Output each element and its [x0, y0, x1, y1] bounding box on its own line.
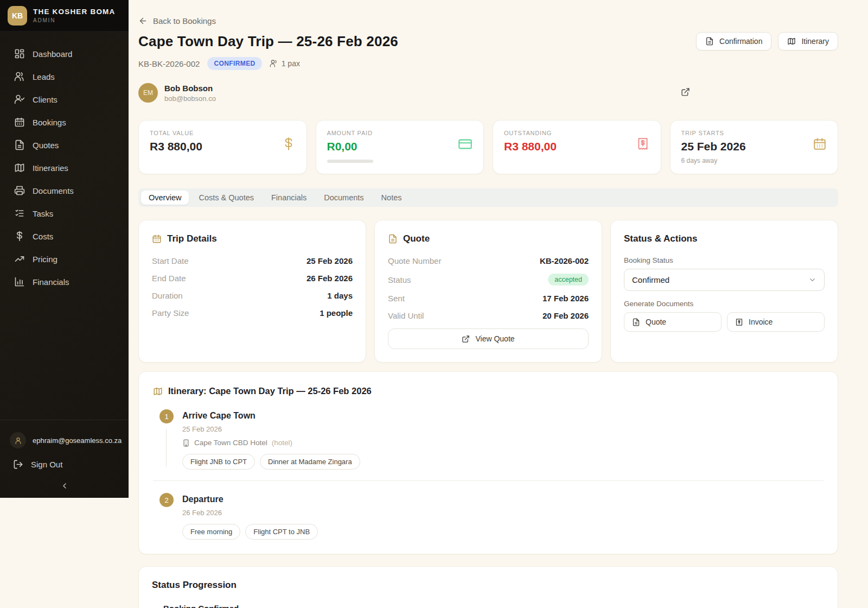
sidebar-item-label: Itineraries — [33, 163, 68, 173]
view-quote-button[interactable]: View Quote — [388, 328, 589, 349]
row-label: Quote Number — [388, 256, 441, 265]
calendar-icon — [14, 117, 25, 128]
client-email: bob@bobson.co — [164, 94, 216, 103]
external-link-icon — [462, 335, 470, 343]
activity-chip: Free morning — [182, 524, 240, 540]
row-value: 25 Feb 2026 — [307, 256, 353, 265]
day-date: 26 Feb 2026 — [182, 509, 824, 517]
generate-invoice-button[interactable]: Invoice — [727, 312, 825, 332]
tab-financials[interactable]: Financials — [264, 191, 314, 205]
user-email: ephraim@goseamless.co.za — [33, 436, 122, 445]
file-text-icon — [632, 318, 640, 326]
brand-header: KB THE KOSHER BOMA ADMIN — [0, 0, 129, 31]
event-label: Booking Confirmed — [163, 604, 239, 608]
sidebar-item-leads[interactable]: Leads — [0, 65, 129, 88]
calendar-icon — [813, 137, 827, 151]
back-to-bookings-link[interactable]: Back to Bookings — [138, 16, 216, 26]
sidebar-item-label: Dashboard — [33, 49, 72, 59]
brand-role: ADMIN — [33, 17, 116, 23]
credit-card-icon — [458, 137, 473, 151]
bar-chart-icon — [14, 276, 25, 287]
receipt-icon — [636, 137, 650, 151]
sidebar-item-label: Financials — [33, 277, 69, 287]
tab-costs-quotes[interactable]: Costs & Quotes — [191, 191, 261, 205]
tab-bar: Overview Costs & Quotes Financials Docum… — [138, 188, 838, 207]
sidebar-item-documents[interactable]: Documents — [0, 179, 129, 202]
sidebar-item-pricing[interactable]: Pricing — [0, 248, 129, 270]
sidebar-item-financials[interactable]: Financials — [0, 270, 129, 293]
trending-up-icon — [14, 254, 25, 264]
sidebar-item-quotes[interactable]: Quotes — [0, 134, 129, 156]
quote-valid-date: 20 Feb 2026 — [542, 311, 589, 320]
stat-value: 25 Feb 2026 — [681, 140, 827, 153]
brand-name: THE KOSHER BOMA — [33, 8, 116, 16]
day-accommodation: Cape Town CBD Hotel (hotel) — [182, 439, 824, 447]
card-title: Quote — [403, 233, 430, 244]
page-title: Cape Town Day Trip — 25-26 Feb 2026 — [138, 33, 398, 50]
main-content: Back to Bookings Cape Town Day Trip — 25… — [129, 0, 868, 608]
stat-label: TOTAL VALUE — [150, 130, 296, 136]
tab-notes[interactable]: Notes — [374, 191, 410, 205]
sidebar-item-itineraries[interactable]: Itineraries — [0, 156, 129, 179]
hotel-icon — [182, 439, 190, 447]
external-link-icon[interactable] — [681, 87, 690, 97]
tab-overview[interactable]: Overview — [141, 191, 189, 205]
tab-documents[interactable]: Documents — [316, 191, 371, 205]
day-date: 25 Feb 2026 — [182, 425, 824, 433]
booking-status-label: Booking Status — [624, 256, 825, 264]
dashboard-icon — [14, 48, 25, 59]
activity-chip: Dinner at Madame Zingara — [260, 454, 360, 470]
confirmation-button[interactable]: Confirmation — [696, 32, 771, 50]
file-text-icon — [705, 37, 714, 46]
status-badge: CONFIRMED — [207, 57, 261, 70]
generate-quote-label: Quote — [646, 318, 666, 326]
stat-value: R0,00 — [327, 140, 473, 153]
log-out-icon — [13, 459, 23, 470]
booking-status-select[interactable]: Confirmed — [624, 269, 825, 291]
sidebar-item-costs[interactable]: Costs — [0, 225, 129, 248]
back-label: Back to Bookings — [153, 16, 216, 26]
client-avatar: EM — [138, 83, 158, 103]
sidebar-item-dashboard[interactable]: Dashboard — [0, 42, 129, 65]
map-icon — [787, 37, 796, 46]
day-number-badge: 1 — [159, 409, 174, 423]
overview-panels: Trip Details Start Date25 Feb 2026 End D… — [138, 220, 838, 363]
row-label: Status — [388, 275, 411, 284]
paid-progress-bar — [327, 160, 373, 163]
sidebar-item-tasks[interactable]: Tasks — [0, 202, 129, 225]
arrow-left-icon — [138, 16, 148, 26]
sidebar-item-clients[interactable]: Clients — [0, 88, 129, 111]
stat-note: 6 days away — [681, 157, 827, 164]
row-value: 1 people — [320, 308, 353, 318]
generate-quote-button[interactable]: Quote — [624, 312, 722, 332]
sign-out-button[interactable]: Sign Out — [0, 453, 129, 476]
dollar-icon — [282, 137, 296, 151]
file-text-icon — [388, 234, 398, 244]
stat-label: OUTSTANDING — [504, 130, 650, 136]
activity-chip: Flight CPT to JNB — [245, 524, 318, 540]
brand-logo: KB — [8, 6, 27, 26]
map-icon — [14, 162, 25, 173]
quote-card: Quote Quote NumberKB-2026-002 Statusacce… — [374, 220, 602, 363]
quote-sent-date: 17 Feb 2026 — [542, 294, 589, 303]
sidebar-item-label: Costs — [33, 232, 53, 241]
sidebar-item-label: Tasks — [33, 209, 53, 218]
pax-label: 1 pax — [282, 59, 300, 68]
sidebar-item-label: Bookings — [33, 118, 66, 127]
row-label: Valid Until — [388, 311, 424, 320]
sidebar-item-bookings[interactable]: Bookings — [0, 111, 129, 134]
confirmation-label: Confirmation — [719, 37, 762, 46]
user-account-row[interactable]: ephraim@goseamless.co.za — [0, 428, 129, 453]
sidebar-item-label: Leads — [33, 72, 55, 81]
itinerary-button[interactable]: Itinerary — [778, 32, 838, 50]
sidebar-nav: Dashboard Leads Clients Bookings Quotes … — [0, 31, 129, 420]
row-label: End Date — [152, 274, 186, 283]
sidebar-item-label: Documents — [33, 186, 74, 195]
accommodation-type: (hotel) — [272, 439, 292, 447]
stat-total-value: TOTAL VALUE R3 880,00 — [138, 120, 307, 174]
row-label: Sent — [388, 294, 405, 303]
generate-invoice-label: Invoice — [749, 318, 773, 326]
sidebar-collapse-button[interactable] — [0, 476, 129, 492]
stat-value: R3 880,00 — [504, 140, 650, 153]
view-quote-label: View Quote — [475, 334, 514, 343]
